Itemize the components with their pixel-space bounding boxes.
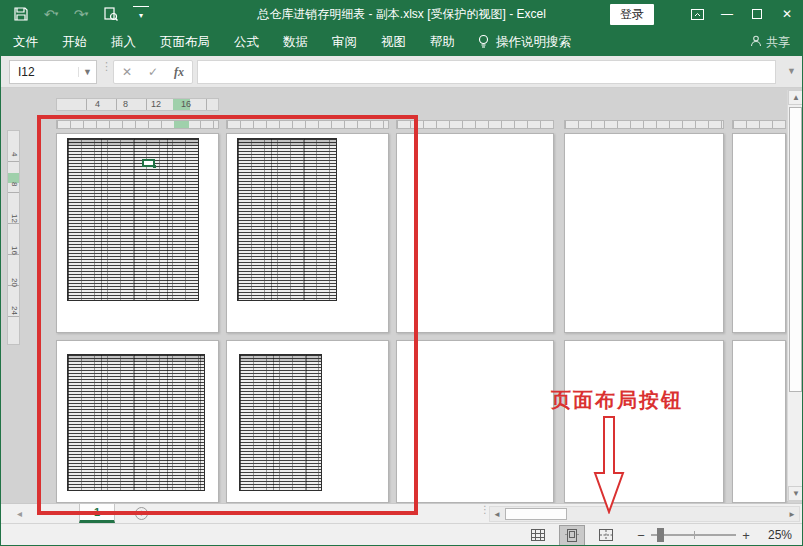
scroll-left-icon[interactable]: ◄ (490, 507, 504, 521)
status-bar: − + 25% (1, 523, 802, 546)
ruler-tick-label: 4 (10, 152, 19, 163)
page-preview (56, 340, 219, 503)
enter-icon[interactable]: ✓ (148, 65, 158, 79)
zoom-in-button[interactable]: + (738, 528, 754, 543)
page-column-headers (396, 120, 554, 129)
tell-me-search[interactable]: 操作说明搜索 (477, 34, 571, 51)
zoom-level[interactable]: 25% (754, 528, 792, 542)
page-preview (396, 133, 554, 333)
name-box[interactable]: I12 ▼ (9, 60, 97, 84)
tab-insert[interactable]: 插入 (99, 28, 148, 56)
zoom-slider[interactable] (651, 528, 736, 542)
ruler-tick-label: 4 (95, 99, 100, 109)
tab-file[interactable]: 文件 (1, 28, 50, 56)
zoom-out-button[interactable]: − (633, 528, 649, 543)
name-box-value: I12 (10, 65, 78, 79)
page-preview (396, 340, 554, 503)
formula-bar-grip[interactable]: ⋮ (101, 64, 112, 69)
ruler-tick-label: 8 (10, 182, 19, 193)
zoom-slider-thumb[interactable] (657, 528, 664, 542)
page-preview (732, 133, 786, 333)
vertical-ruler: 4 8 12 16 20 24 (7, 130, 20, 345)
share-button[interactable]: 共享 (750, 34, 790, 51)
scroll-up-icon[interactable]: ▲ (788, 90, 803, 105)
selected-column-highlight (174, 121, 189, 128)
maximize-button[interactable] (742, 0, 772, 28)
ruler-tick-label: 24 (10, 306, 19, 317)
table-preview (239, 354, 322, 491)
print-preview-icon[interactable] (103, 6, 119, 22)
annotation-label: 页面布局按钮 (551, 387, 683, 414)
formula-bar-expand-icon[interactable]: ▼ (787, 66, 796, 76)
add-sheet-icon[interactable]: + (135, 507, 148, 520)
lightbulb-icon (477, 34, 490, 51)
page-break-preview-button[interactable] (593, 525, 619, 546)
page-column-headers (226, 120, 389, 129)
scroll-down-icon[interactable]: ▼ (788, 486, 803, 501)
table-preview (67, 354, 205, 491)
title-bar: ↶▾ ↷▾ ▾ 总仓库进销存明细表 - 副本.xlsx [受保护的视图] - E… (1, 0, 802, 28)
ruler-tick-label: 20 (10, 278, 19, 289)
undo-icon[interactable]: ↶▾ (43, 6, 59, 22)
normal-view-button[interactable] (525, 525, 551, 546)
annotation-arrow-down (590, 416, 628, 514)
customize-qat-icon[interactable]: ▾ (133, 6, 149, 22)
search-label: 操作说明搜索 (496, 34, 571, 51)
page-preview (226, 340, 389, 503)
formula-bar-row: I12 ▼ ⋮ ✕ ✓ fx ▼ (1, 56, 802, 88)
cancel-icon[interactable]: ✕ (122, 65, 132, 79)
table-preview (237, 138, 337, 301)
person-icon (750, 35, 762, 50)
excel-window: ↶▾ ↷▾ ▾ 总仓库进销存明细表 - 副本.xlsx [受保护的视图] - E… (0, 0, 803, 546)
horizontal-scrollbar-thumb[interactable] (505, 508, 567, 520)
vertical-scrollbar[interactable]: ▲ ▼ (787, 90, 803, 501)
formula-input[interactable] (197, 60, 776, 84)
tab-help[interactable]: 帮助 (418, 28, 467, 56)
ruler-tick-label: 12 (10, 214, 19, 225)
prev-sheet-icon[interactable]: ◂ (17, 508, 22, 519)
page-preview (226, 133, 389, 333)
tab-review[interactable]: 审阅 (320, 28, 369, 56)
redo-icon[interactable]: ↷▾ (73, 6, 89, 22)
tab-formulas[interactable]: 公式 (222, 28, 271, 56)
ruler-tick-label: 16 (10, 246, 19, 257)
page-layout-view-button[interactable] (559, 525, 585, 546)
tab-page-layout[interactable]: 页面布局 (148, 28, 222, 56)
minimize-button[interactable]: — (712, 0, 742, 28)
horizontal-scrollbar[interactable]: ◄ ► (489, 506, 800, 522)
page-column-headers (732, 120, 786, 129)
sheet-tab-active[interactable]: 1 (79, 504, 115, 523)
ruler-tick-label: 12 (151, 99, 161, 109)
sheet-tab-bar: ◂ 1 + ⋮ ◄ ► (1, 503, 802, 523)
save-icon[interactable] (13, 6, 29, 22)
scroll-right-icon[interactable]: ► (785, 507, 799, 521)
page-preview (732, 340, 786, 503)
formula-buttons: ✕ ✓ fx (113, 60, 193, 84)
close-button[interactable]: ✕ (772, 0, 802, 28)
page-preview (564, 133, 724, 333)
login-button[interactable]: 登录 (610, 4, 654, 25)
page-preview (56, 133, 219, 333)
insert-function-icon[interactable]: fx (174, 65, 184, 80)
table-preview (67, 138, 199, 301)
page-preview (564, 340, 724, 503)
tab-home[interactable]: 开始 (50, 28, 99, 56)
ruler-tick-label: 8 (123, 99, 128, 109)
name-box-dropdown-icon[interactable]: ▼ (78, 67, 96, 77)
zoom-slider-notch (694, 531, 695, 539)
tab-data[interactable]: 数据 (271, 28, 320, 56)
worksheet-canvas[interactable]: 4 8 12 16 4 8 12 16 20 24 (1, 88, 803, 503)
ribbon-display-options-icon[interactable] (682, 0, 712, 28)
vertical-scrollbar-thumb[interactable] (789, 107, 802, 392)
ribbon-tab-bar: 文件 开始 插入 页面布局 公式 数据 审阅 视图 帮助 操作说明搜索 共享 (1, 28, 802, 56)
page-column-headers (56, 120, 219, 129)
share-label: 共享 (766, 34, 790, 51)
ruler-tick-label: 16 (181, 99, 191, 109)
tab-view[interactable]: 视图 (369, 28, 418, 56)
horizontal-ruler: 4 8 12 16 (56, 98, 219, 111)
page-column-headers (564, 120, 724, 129)
quick-access-toolbar: ↶▾ ↷▾ ▾ (1, 6, 149, 22)
selected-cell[interactable] (142, 159, 155, 167)
